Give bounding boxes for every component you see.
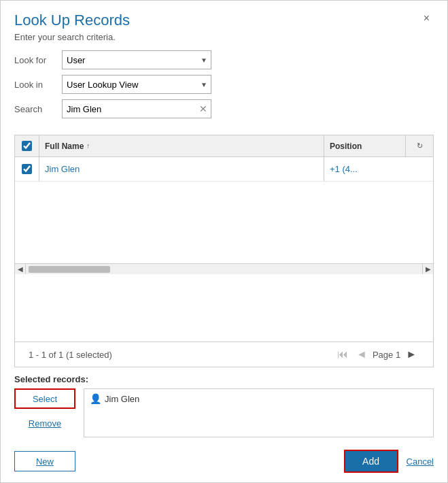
selected-section: Selected records: Select Remove 👤 Jim Gl… — [1, 367, 447, 443]
pagination-controls: ⏮ ◄ Page 1 ► — [334, 348, 419, 361]
pagination-text: 1 - 1 of 1 (1 selected) — [29, 350, 112, 360]
grid-header-row: Full Name ↑ Position ↻ — [15, 135, 433, 157]
look-in-select[interactable]: User Lookup View — [62, 75, 211, 94]
next-page-button[interactable]: ► — [403, 348, 419, 361]
first-page-button[interactable]: ⏮ — [334, 348, 351, 361]
look-for-row: Look for User ▼ — [14, 50, 434, 69]
look-for-select[interactable]: User — [62, 50, 211, 69]
cancel-button[interactable]: Cancel — [407, 456, 434, 467]
search-clear-button[interactable]: ✕ — [199, 104, 207, 114]
grid-header-actions[interactable]: ↻ — [406, 135, 433, 156]
search-label: Search — [14, 104, 62, 114]
dialog-title: Look Up Records — [14, 12, 130, 29]
look-in-label: Look in — [14, 80, 62, 90]
header-checkbox[interactable] — [22, 141, 32, 151]
list-item: 👤 Jim Glen — [90, 393, 428, 404]
user-icon: 👤 — [90, 393, 101, 404]
fullname-column-label: Full Name — [45, 141, 84, 151]
table-row[interactable]: Jim Glen +1 (4... — [15, 157, 433, 182]
selected-record-name: Jim Glen — [105, 394, 139, 404]
dialog-footer: New Add Cancel — [1, 443, 447, 482]
look-in-row: Look in User Lookup View ▼ — [14, 75, 434, 94]
position-column-header[interactable]: Position — [324, 135, 406, 156]
prev-page-button[interactable]: ◄ — [354, 348, 370, 361]
sort-asc-icon: ↑ — [86, 142, 90, 150]
look-in-select-wrapper: User Lookup View ▼ — [62, 75, 211, 94]
search-row: Search ✕ — [14, 99, 434, 118]
close-button[interactable]: × — [419, 12, 434, 25]
row-phone-value: +1 (4... — [330, 164, 358, 174]
fullname-column-header[interactable]: Full Name ↑ — [39, 135, 324, 156]
grid-empty-area — [15, 182, 433, 263]
selected-body: Select Remove 👤 Jim Glen — [14, 388, 434, 437]
scroll-right-button[interactable]: ▶ — [422, 264, 433, 274]
look-for-select-wrapper: User ▼ — [62, 50, 211, 69]
select-button[interactable]: Select — [14, 388, 75, 409]
look-for-label: Look for — [14, 55, 62, 65]
form-section: Look for User ▼ Look in User Lookup View… — [1, 50, 447, 132]
remove-button[interactable]: Remove — [14, 413, 75, 433]
search-wrapper: ✕ — [62, 99, 211, 118]
horizontal-scrollbar[interactable]: ◀ ▶ — [15, 263, 433, 274]
add-button[interactable]: Add — [344, 450, 398, 473]
selected-actions: Select Remove — [14, 388, 75, 433]
pagination-bar: 1 - 1 of 1 (1 selected) ⏮ ◄ Page 1 ► — [14, 342, 434, 367]
row-checkbox[interactable] — [22, 164, 32, 174]
selected-records-box: 👤 Jim Glen — [84, 388, 434, 437]
header-checkbox-cell[interactable] — [15, 135, 39, 156]
scroll-thumb[interactable] — [29, 266, 110, 273]
scroll-left-button[interactable]: ◀ — [15, 264, 26, 274]
footer-right: Add Cancel — [344, 450, 434, 473]
dialog-header: Look Up Records × — [1, 1, 447, 29]
lookup-dialog: Look Up Records × Enter your search crit… — [0, 0, 448, 483]
new-button[interactable]: New — [14, 451, 75, 471]
row-fullname-value: Jim Glen — [45, 164, 80, 174]
selected-records-label: Selected records: — [14, 374, 434, 384]
refresh-icon[interactable]: ↻ — [417, 141, 423, 150]
search-input[interactable] — [62, 99, 211, 118]
row-checkbox-cell[interactable] — [15, 157, 39, 181]
row-fullname-cell[interactable]: Jim Glen — [39, 157, 324, 181]
dialog-subtitle: Enter your search criteria. — [1, 29, 447, 50]
row-phone-cell[interactable]: +1 (4... — [324, 164, 433, 174]
position-column-label: Position — [330, 141, 362, 151]
page-label: Page 1 — [373, 350, 400, 360]
results-grid: Full Name ↑ Position ↻ Jim Glen +1 (4... — [14, 135, 434, 342]
